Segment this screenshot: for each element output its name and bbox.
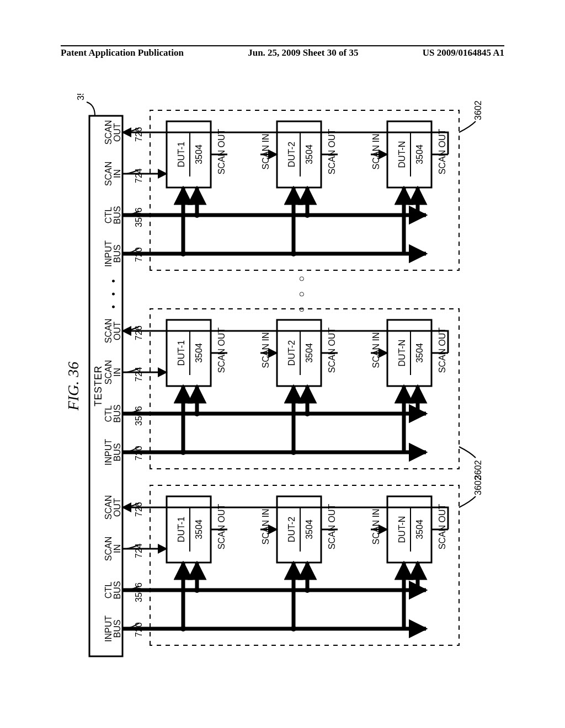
svg-rect-13	[167, 496, 211, 563]
svg-text:DUT-N: DUT-N	[397, 141, 407, 168]
svg-text:SCAN OUT: SCAN OUT	[217, 327, 226, 373]
svg-text:3504: 3504	[305, 343, 314, 363]
svg-rect-74	[387, 320, 431, 386]
hdr-right: US 2009/0164845 A1	[423, 47, 504, 61]
svg-text:SCAN OUT: SCAN OUT	[217, 129, 226, 174]
svg-text:SCAN OUT: SCAN OUT	[327, 504, 337, 549]
svg-text:SCANIN: SCANIN	[104, 162, 122, 186]
svg-text:3506: 3506	[134, 406, 143, 426]
dut-1: DUT-1 3504	[167, 496, 211, 563]
ref-3502: 3502	[76, 94, 86, 100]
svg-text:3504: 3504	[305, 144, 314, 164]
svg-text:3602: 3602	[473, 460, 483, 480]
svg-text:3504: 3504	[415, 520, 424, 539]
svg-text:SCAN IN: SCAN IN	[371, 509, 381, 545]
dut-2: DUT-2 3504	[277, 496, 321, 563]
svg-text:SCANOUT: SCANOUT	[104, 120, 122, 144]
svg-point-98	[291, 251, 296, 256]
svg-point-95	[194, 212, 200, 218]
svg-text:3504: 3504	[194, 343, 204, 363]
svg-rect-111	[277, 121, 321, 188]
svg-point-94	[180, 251, 186, 256]
svg-text:SCANIN: SCANIN	[104, 360, 122, 384]
svg-text:SCAN IN: SCAN IN	[261, 509, 270, 545]
svg-text:SCAN IN: SCAN IN	[371, 134, 381, 170]
svg-point-99	[305, 212, 310, 218]
svg-text:3602: 3602	[473, 100, 483, 120]
port-ctl-bus: CTLBUS	[104, 581, 122, 599]
svg-text:SCAN OUT: SCAN OUT	[327, 129, 337, 174]
svg-text:3504: 3504	[194, 520, 204, 539]
svg-text:3504: 3504	[305, 520, 314, 539]
group-1: INPUTBUS CTLBUS SCANIN SCANOUT 720 3506 …	[104, 475, 483, 645]
svg-text:DUT-1: DUT-1	[177, 142, 186, 167]
svg-point-54	[305, 411, 310, 416]
svg-text:SCAN OUT: SCAN OUT	[438, 504, 447, 549]
svg-text:INPUTBUS: INPUTBUS	[104, 240, 122, 267]
svg-point-9	[305, 587, 310, 593]
port-scan-in: SCANIN	[104, 537, 122, 561]
svg-point-8	[291, 626, 296, 631]
tester-label: TESTER	[93, 366, 104, 406]
svg-text:3504: 3504	[194, 144, 204, 164]
hdr-center: Jun. 25, 2009 Sheet 30 of 35	[248, 47, 358, 61]
svg-rect-58	[167, 320, 211, 386]
svg-rect-21	[277, 496, 321, 563]
svg-text:CTLBUS: CTLBUS	[104, 206, 122, 224]
svg-text:INPUTBUS: INPUTBUS	[104, 439, 122, 465]
svg-text:DUT-2: DUT-2	[287, 340, 296, 366]
svg-rect-119	[387, 121, 431, 188]
page-header: Patent Application Publication Jun. 25, …	[61, 45, 504, 61]
svg-point-5	[194, 587, 200, 593]
svg-text:3506: 3506	[134, 207, 143, 227]
svg-text:SCAN IN: SCAN IN	[371, 333, 381, 368]
svg-text:SCAN OUT: SCAN OUT	[217, 504, 226, 549]
svg-point-53	[291, 449, 296, 455]
svg-text:SCAN OUT: SCAN OUT	[327, 327, 337, 373]
svg-text:DUT-2: DUT-2	[287, 517, 296, 542]
svg-point-4	[180, 626, 186, 631]
svg-text:SCAN OUT: SCAN OUT	[438, 327, 447, 373]
group-3: INPUTBUS CTLBUS SCANIN SCANOUT 720 3506 …	[104, 100, 483, 270]
svg-text:CTLBUS: CTLBUS	[104, 405, 122, 423]
svg-text:3504: 3504	[415, 343, 424, 363]
svg-text:SCAN IN: SCAN IN	[261, 333, 270, 368]
svg-text:SCAN IN: SCAN IN	[261, 134, 270, 170]
svg-point-50	[194, 411, 200, 416]
svg-text:SCANOUT: SCANOUT	[104, 319, 122, 343]
svg-text:3504: 3504	[415, 144, 424, 164]
ellipsis-tester: • • •	[108, 276, 119, 309]
svg-text:DUT-2: DUT-2	[287, 142, 296, 167]
svg-text:DUT-1: DUT-1	[177, 340, 186, 366]
svg-rect-103	[167, 121, 211, 188]
svg-text:DUT-N: DUT-N	[397, 340, 407, 367]
figure-title: FIG. 36	[65, 362, 82, 411]
svg-text:SCAN OUT: SCAN OUT	[438, 129, 447, 174]
port-scan-out: SCANOUT	[104, 495, 122, 520]
group-2: INPUTBUS CTLBUS SCANIN SCANOUT 720 3506 …	[104, 309, 483, 480]
ellipsis-group: ○ ○ ○	[296, 272, 307, 313]
hdr-left: Patent Application Publication	[61, 47, 184, 61]
svg-rect-29	[387, 496, 431, 563]
svg-text:DUT-1: DUT-1	[177, 517, 186, 542]
svg-text:DUT-N: DUT-N	[397, 516, 407, 543]
ref-3506: 3506	[134, 582, 143, 602]
svg-point-49	[180, 449, 186, 455]
figure-36: FIG. 36 TESTER 3502 INPUTBUS CTLBUS SCAN…	[62, 94, 503, 678]
svg-rect-66	[277, 320, 321, 386]
port-input-bus: INPUTBUS	[104, 615, 122, 642]
dut-n: DUT-N 3504	[387, 496, 431, 563]
